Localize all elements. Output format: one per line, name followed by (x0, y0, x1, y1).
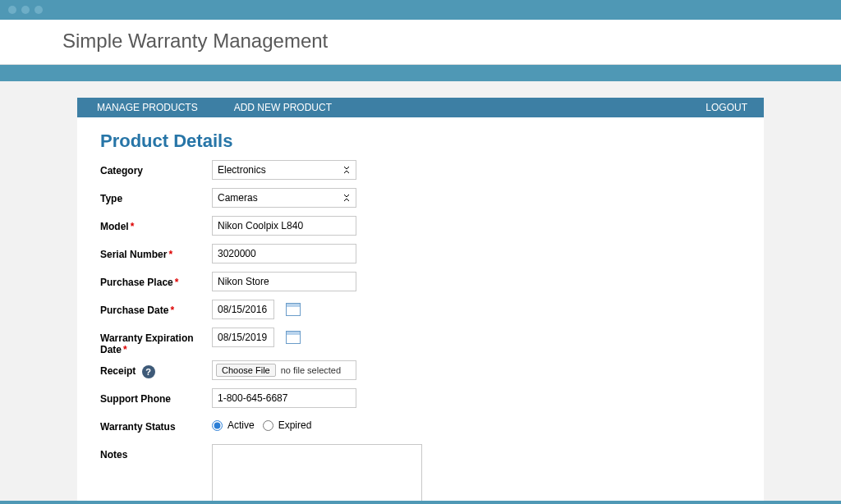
nav-add-product[interactable]: ADD NEW PRODUCT (234, 102, 332, 113)
bottom-strip (0, 501, 841, 504)
nav-logout[interactable]: LOGOUT (705, 102, 747, 113)
label-type: Type (100, 188, 212, 204)
label-purchase-date: Purchase Date* (100, 300, 212, 316)
category-select[interactable]: Electronics (212, 160, 356, 180)
browser-chrome (0, 0, 841, 20)
warranty-status-radio-group: Active Expired (212, 416, 311, 431)
label-warranty-exp: Warranty Expiration Date* (100, 328, 212, 355)
product-form: Category Electronics Type Cameras Model*… (77, 160, 764, 504)
radio-active-label: Active (227, 419, 255, 431)
nav-manage-products[interactable]: MANAGE PRODUCTS (97, 102, 198, 113)
chrome-dot (8, 6, 16, 14)
serial-input[interactable] (212, 244, 356, 263)
app-title: Simple Warranty Management (62, 30, 841, 53)
radio-expired-label: Expired (278, 419, 312, 431)
label-purchase-place: Purchase Place* (100, 272, 212, 288)
chrome-dot (34, 6, 43, 14)
help-icon[interactable]: ? (142, 365, 155, 378)
app-header: Simple Warranty Management (0, 20, 841, 65)
header-strip (0, 65, 841, 81)
content-panel: MANAGE PRODUCTS ADD NEW PRODUCT LOGOUT P… (77, 98, 764, 504)
model-input[interactable] (212, 216, 356, 236)
notes-textarea[interactable] (212, 444, 422, 504)
support-phone-input[interactable] (212, 388, 356, 408)
radio-expired[interactable] (263, 420, 273, 431)
purchase-date-input[interactable] (212, 300, 274, 319)
label-receipt: Receipt ? (100, 360, 212, 378)
warranty-exp-input[interactable] (212, 328, 274, 347)
file-status-text: no file selected (281, 365, 341, 375)
purchase-place-input[interactable] (212, 272, 356, 291)
choose-file-button[interactable]: Choose File (216, 364, 276, 377)
label-support-phone: Support Phone (100, 388, 212, 405)
receipt-file-box: Choose File no file selected (212, 360, 356, 380)
nav-bar: MANAGE PRODUCTS ADD NEW PRODUCT LOGOUT (77, 98, 764, 117)
label-notes: Notes (100, 444, 212, 460)
content-area: MANAGE PRODUCTS ADD NEW PRODUCT LOGOUT P… (0, 81, 841, 504)
calendar-icon[interactable] (286, 331, 301, 344)
label-serial: Serial Number* (100, 244, 212, 260)
chrome-dot (21, 6, 30, 14)
page-title: Product Details (77, 117, 764, 160)
label-warranty-status: Warranty Status (100, 416, 212, 433)
type-select[interactable]: Cameras (212, 188, 356, 208)
label-model: Model* (100, 216, 212, 232)
radio-active[interactable] (212, 420, 223, 431)
label-category: Category (100, 160, 212, 176)
calendar-icon[interactable] (286, 303, 301, 316)
